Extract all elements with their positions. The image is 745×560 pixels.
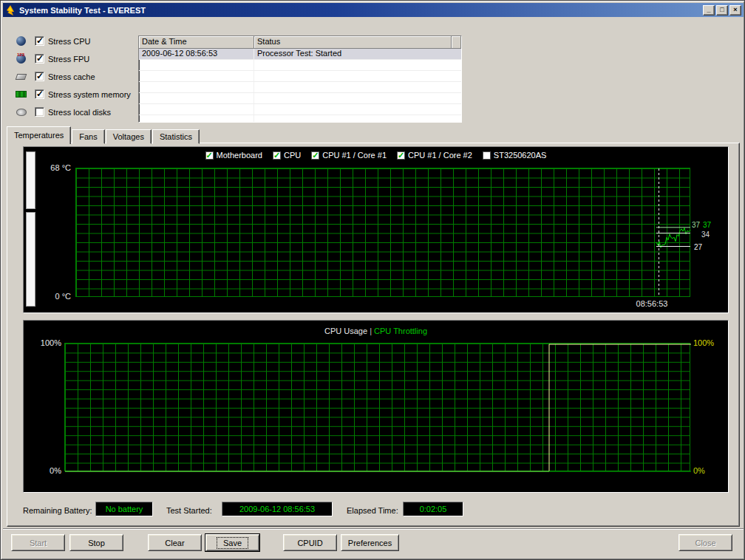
usage-y-min-left: 0% [26, 466, 61, 475]
legend-item-motherboard[interactable]: Motherboard [205, 151, 262, 160]
legend-core2-checkbox[interactable] [397, 151, 405, 160]
temp-scale-slider-upper[interactable] [26, 151, 35, 209]
temp-y-min-label: 0 °C [35, 292, 71, 301]
disk-icon [16, 106, 27, 118]
elapsed-time-value: 0:02:05 [403, 502, 463, 516]
stress-disks-label: Stress local disks [48, 108, 111, 117]
temp-reading-motherboard: 37 [692, 221, 700, 229]
log-row[interactable]: 2009-06-12 08:56:53 Processor Test: Star… [139, 49, 461, 60]
temp-reading-core2: 27 [694, 243, 702, 251]
elapsed-time-label: Elapsed Time: [347, 506, 398, 515]
restore-button[interactable]: □ [716, 5, 728, 16]
minimize-button[interactable]: _ [703, 5, 715, 16]
legend-item-core2[interactable]: CPU #1 / Core #2 [397, 151, 472, 160]
legend-core2-label: CPU #1 / Core #2 [408, 151, 472, 160]
legend-cpu-checkbox[interactable] [273, 151, 281, 160]
stress-option-disks: Stress local disks [16, 106, 111, 118]
stress-memory-checkbox[interactable] [35, 89, 44, 99]
legend-hdd-checkbox[interactable] [483, 151, 491, 160]
fpu-icon: 123 [16, 53, 27, 65]
legend-core1-checkbox[interactable] [311, 151, 319, 160]
window-title: System Stability Test - EVEREST [19, 6, 703, 15]
temp-reading-core1: 34 [701, 231, 710, 239]
tab-temperatures[interactable]: Temperatures [7, 126, 71, 144]
usage-title-label: CPU Usage [324, 327, 367, 335]
log-header-status[interactable]: Status [254, 36, 452, 49]
usage-plot [64, 343, 690, 471]
log-row-empty [139, 115, 461, 123]
legend-item-core1[interactable]: CPU #1 / Core #1 [311, 151, 387, 160]
stop-button[interactable]: Stop [69, 534, 123, 551]
close-window-button[interactable]: × [729, 5, 741, 16]
tab-voltages[interactable]: Voltages [106, 129, 152, 144]
close-button: Close [678, 534, 732, 551]
log-header-spacer [452, 36, 461, 49]
stress-cache-label: Stress cache [48, 72, 95, 81]
battery-value: No battery [95, 502, 153, 516]
titlebar[interactable]: System Stability Test - EVEREST _ □ × [3, 3, 744, 17]
legend-cpu-label: CPU [284, 151, 301, 160]
stress-option-cpu: Stress CPU [16, 35, 90, 47]
log-row-empty [139, 82, 461, 93]
legend-hdd-label: ST3250620AS [494, 151, 547, 160]
test-started-label: Test Started: [166, 506, 212, 515]
window: System Stability Test - EVEREST _ □ × St… [0, 0, 745, 560]
stress-fpu-checkbox[interactable] [35, 54, 44, 64]
stress-cache-checkbox[interactable] [35, 72, 44, 81]
usage-y-min-right: 0% [693, 466, 705, 475]
stress-cpu-checkbox[interactable] [35, 36, 44, 46]
log-row-empty [139, 93, 461, 104]
start-button: Start [11, 534, 65, 551]
log-header-datetime[interactable]: Date & Time [139, 36, 254, 49]
temp-reading-cpu: 37 [703, 221, 711, 229]
temperature-chart-panel: Motherboard CPU CPU #1 / Core #1 CPU #1 … [23, 146, 729, 313]
log-table: Date & Time Status 2009-06-12 08:56:53 P… [138, 35, 462, 123]
log-row-empty [139, 71, 461, 82]
throttling-title-label: CPU Throttling [374, 327, 427, 335]
temperature-readings: 37 37 34 27 [692, 147, 729, 313]
battery-label: Remaining Battery: [23, 506, 92, 515]
usage-series-svg [65, 344, 691, 472]
log-cell-status: Processor Test: Started [254, 49, 461, 59]
stress-option-cache: Stress cache [16, 70, 95, 83]
legend-motherboard-label: Motherboard [217, 151, 262, 160]
tab-statistics[interactable]: Statistics [152, 129, 200, 144]
stress-cpu-label: Stress CPU [48, 37, 90, 46]
cpuid-button[interactable]: CPUID [283, 534, 337, 551]
preferences-button[interactable]: Preferences [341, 534, 399, 551]
memory-icon [16, 89, 27, 100]
usage-y-max-right: 100% [693, 338, 714, 347]
test-started-value: 2009-06-12 08:56:53 [222, 502, 333, 516]
usage-chart-title: CPU Usage | CPU Throttling [24, 327, 728, 335]
time-cursor-line [659, 168, 659, 296]
log-row-empty [139, 104, 461, 115]
stress-fpu-label: Stress FPU [48, 55, 89, 64]
stress-memory-label: Stress system memory [48, 90, 131, 99]
temp-series-svg [76, 168, 691, 298]
cpu-icon [16, 35, 27, 47]
usage-y-max-left: 100% [26, 338, 61, 347]
log-table-header: Date & Time Status [139, 36, 461, 49]
app-icon [5, 5, 16, 16]
log-row-empty [139, 60, 461, 71]
temp-scale-slider-lower[interactable] [26, 212, 35, 307]
legend-item-hdd[interactable]: ST3250620AS [483, 151, 547, 160]
temp-y-max-label: 68 °C [35, 163, 71, 172]
usage-chart-panel: CPU Usage | CPU Throttling 100% 0% 100% … [23, 320, 729, 493]
cache-icon [16, 71, 27, 83]
clear-button[interactable]: Clear [148, 534, 202, 551]
legend-motherboard-checkbox[interactable] [205, 151, 214, 160]
stress-option-memory: Stress system memory [16, 88, 131, 100]
legend-core1-label: CPU #1 / Core #1 [322, 151, 387, 160]
tab-strip: Temperatures Fans Voltages Statistics [7, 126, 200, 144]
temp-time-label: 08:56:53 [626, 299, 678, 308]
save-button[interactable]: Save [205, 534, 259, 551]
legend-item-cpu[interactable]: CPU [273, 151, 301, 160]
temperature-legend: Motherboard CPU CPU #1 / Core #1 CPU #1 … [24, 151, 728, 160]
log-cell-datetime: 2009-06-12 08:56:53 [139, 49, 254, 59]
stress-disks-checkbox[interactable] [35, 107, 44, 117]
tab-fans[interactable]: Fans [72, 129, 104, 144]
temperature-plot [75, 168, 690, 297]
usage-title-separator: | [370, 327, 372, 335]
stress-option-fpu: 123 Stress FPU [16, 52, 89, 65]
